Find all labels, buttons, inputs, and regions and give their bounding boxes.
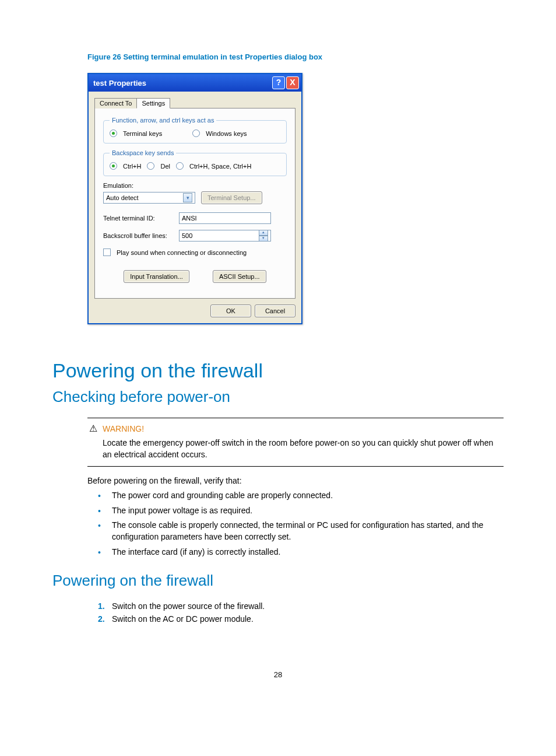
backspace-group: Backspace key sends Ctrl+H Del Ctrl+H, S… [103, 149, 287, 176]
spinner-down-icon[interactable]: ▾ [259, 236, 268, 242]
label-ctrl-h-space: Ctrl+H, Space, Ctrl+H [189, 163, 251, 170]
warning-label: WARNING! [103, 424, 144, 433]
backscroll-label: Backscroll buffer lines: [103, 232, 173, 239]
radio-ctrl-h-space[interactable] [176, 162, 184, 170]
radio-terminal-keys[interactable] [110, 130, 117, 137]
steps-list: Switch on the power source of the firewa… [98, 601, 504, 624]
list-item: The console cable is properly connected,… [98, 520, 504, 542]
dialog-title: test Properties [93, 79, 271, 88]
spinner-up-icon[interactable]: ▴ [259, 230, 268, 236]
radio-windows-keys[interactable] [192, 130, 200, 137]
tab-settings[interactable]: Settings [136, 98, 170, 108]
chevron-down-icon: ▾ [183, 193, 192, 202]
list-item: Switch on the AC or DC power module. [98, 614, 504, 624]
backspace-legend: Backspace key sends [110, 149, 176, 156]
play-sound-label: Play sound when connecting or disconnect… [117, 249, 247, 256]
ascii-setup-button[interactable]: ASCII Setup... [213, 270, 266, 283]
emulation-select[interactable]: Auto detect ▾ [103, 192, 195, 204]
verify-list: The power cord and grounding cable are p… [98, 490, 504, 558]
help-button[interactable]: ? [272, 76, 285, 89]
terminal-setup-button[interactable]: Terminal Setup... [201, 191, 262, 204]
emulation-label: Emulation: [103, 182, 287, 189]
before-text: Before powering on the firewall, verify … [87, 476, 504, 485]
warning-text: Locate the emergency power-off switch in… [103, 438, 504, 460]
radio-del[interactable] [147, 162, 154, 170]
list-item: Switch on the power source of the firewa… [98, 601, 504, 611]
page-number: 28 [52, 670, 504, 679]
label-del: Del [160, 163, 170, 170]
label-terminal-keys: Terminal keys [123, 130, 162, 137]
backscroll-spinner[interactable]: 500 ▴▾ [179, 230, 271, 242]
function-keys-group: Function, arrow, and ctrl keys act as Te… [103, 117, 287, 144]
play-sound-checkbox[interactable] [103, 249, 111, 256]
cancel-button[interactable]: Cancel [255, 304, 295, 317]
heading-powering-on-firewall-sub: Powering on the firewall [52, 572, 504, 590]
list-item: The input power voltage is as required. [98, 505, 504, 517]
close-button[interactable]: X [286, 76, 299, 89]
radio-ctrl-h[interactable] [110, 162, 117, 170]
tab-connect-to[interactable]: Connect To [94, 98, 137, 108]
heading-checking-before-power-on: Checking before power-on [52, 388, 504, 406]
emulation-value: Auto detect [106, 194, 139, 201]
warning-box: ⚠ WARNING! Locate the emergency power-of… [87, 418, 504, 467]
list-item: The interface card (if any) is correctly… [98, 547, 504, 558]
ok-button[interactable]: OK [210, 304, 251, 317]
dialog-titlebar: test Properties ? X [89, 74, 301, 92]
warning-icon: ⚠ [87, 423, 99, 434]
telnet-id-field[interactable]: ANSI [179, 212, 271, 224]
telnet-label: Telnet terminal ID: [103, 215, 173, 222]
list-item: The power cord and grounding cable are p… [98, 490, 504, 502]
function-keys-legend: Function, arrow, and ctrl keys act as [110, 117, 216, 124]
label-ctrl-h: Ctrl+H [123, 163, 141, 170]
label-windows-keys: Windows keys [206, 130, 247, 137]
heading-powering-on-firewall: Powering on the firewall [52, 359, 504, 382]
properties-dialog: test Properties ? X Connect To Settings … [87, 73, 302, 324]
input-translation-button[interactable]: Input Translation... [124, 270, 189, 283]
figure-caption: Figure 26 Setting terminal emulation in … [87, 52, 504, 61]
